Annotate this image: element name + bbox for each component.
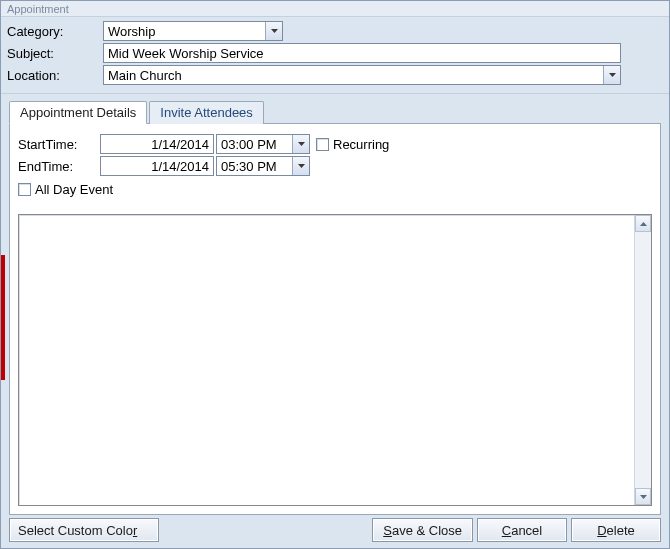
chevron-down-icon (298, 142, 305, 146)
location-value: Main Church (104, 68, 603, 83)
tab-strip: Appointment Details Invite Attendees (9, 100, 661, 123)
appointment-window: Appointment Category: Worship Subject: M… (0, 0, 670, 549)
start-date-input[interactable]: 1/14/2014 (100, 134, 214, 154)
tab-area: Appointment Details Invite Attendees Sta… (9, 100, 661, 515)
end-time-combo[interactable]: 05:30 PM (216, 156, 310, 176)
allday-checkbox-wrap: All Day Event (18, 182, 113, 197)
tab-appointment-details[interactable]: Appointment Details (9, 101, 147, 124)
start-time-label: StartTime: (18, 137, 100, 152)
allday-checkbox[interactable] (18, 183, 31, 196)
scroll-up-button[interactable] (635, 215, 651, 232)
scroll-down-button[interactable] (635, 488, 651, 505)
tab-body: StartTime: 1/14/2014 03:00 PM Recurring … (9, 123, 661, 515)
end-time-dropdown-button[interactable] (292, 157, 309, 175)
end-time-value: 05:30 PM (217, 159, 292, 174)
end-date-input[interactable]: 1/14/2014 (100, 156, 214, 176)
chevron-down-icon (271, 29, 278, 33)
location-label: Location: (7, 68, 103, 83)
chevron-down-icon (609, 73, 616, 77)
start-time-combo[interactable]: 03:00 PM (216, 134, 310, 154)
save-accel: S (383, 523, 392, 538)
delete-button[interactable]: Delete (571, 518, 661, 542)
chevron-up-icon (640, 222, 647, 226)
select-custom-color-button[interactable]: Select Custom Color (9, 518, 159, 542)
allday-label: All Day Event (35, 182, 113, 197)
subject-input[interactable]: Mid Week Worship Service (103, 43, 621, 63)
cancel-suffix: ancel (511, 523, 542, 538)
delete-accel: D (597, 523, 606, 538)
recurring-label: Recurring (333, 137, 389, 152)
custom-color-prefix: Select Custom Colo (18, 523, 133, 538)
tab-invite-attendees[interactable]: Invite Attendees (149, 101, 264, 124)
category-dropdown-button[interactable] (265, 22, 282, 40)
left-accent-bar (1, 255, 5, 380)
category-label: Category: (7, 24, 103, 39)
notes-textarea[interactable] (18, 214, 652, 506)
recurring-checkbox-wrap: Recurring (316, 137, 389, 152)
chevron-down-icon (640, 495, 647, 499)
scroll-track[interactable] (635, 232, 651, 488)
footer-bar: Select Custom Color Save & Close Cancel … (9, 518, 661, 542)
custom-color-accel: r (133, 523, 137, 538)
cancel-button[interactable]: Cancel (477, 518, 567, 542)
window-title: Appointment (1, 1, 669, 17)
cancel-accel: C (502, 523, 511, 538)
save-close-button[interactable]: Save & Close (372, 518, 473, 542)
delete-suffix: elete (607, 523, 635, 538)
end-time-label: EndTime: (18, 159, 100, 174)
category-combo[interactable]: Worship (103, 21, 283, 41)
header-panel: Category: Worship Subject: Mid Week Wors… (1, 17, 669, 94)
start-time-value: 03:00 PM (217, 137, 292, 152)
chevron-down-icon (298, 164, 305, 168)
recurring-checkbox[interactable] (316, 138, 329, 151)
subject-label: Subject: (7, 46, 103, 61)
category-value: Worship (104, 24, 265, 39)
save-suffix: ave & Close (392, 523, 462, 538)
start-time-dropdown-button[interactable] (292, 135, 309, 153)
location-combo[interactable]: Main Church (103, 65, 621, 85)
location-dropdown-button[interactable] (603, 66, 620, 84)
notes-scrollbar[interactable] (634, 215, 651, 505)
